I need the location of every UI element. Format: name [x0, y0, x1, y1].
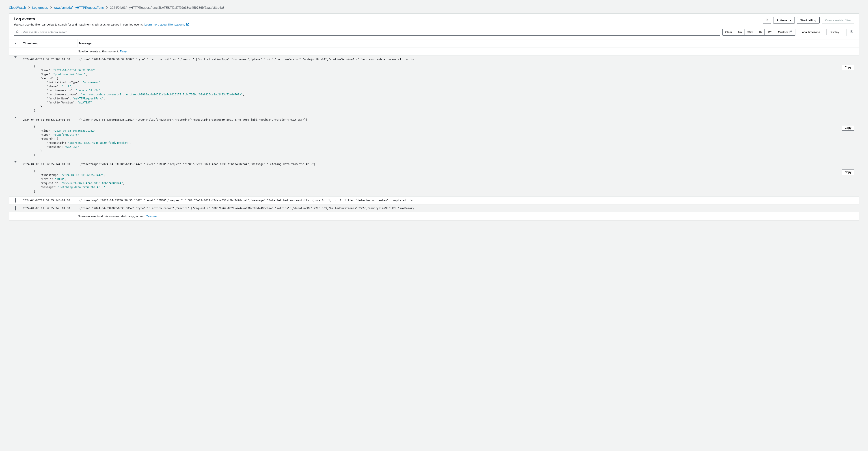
log-event-row: 2024-04-03T01:56:35.144+01:00{"timestamp… — [9, 197, 859, 204]
learn-more-link[interactable]: Learn more about filter patterns — [144, 23, 189, 26]
copy-button[interactable]: Copy — [842, 65, 854, 70]
breadcrumb-current: 2024/04/03/myHTTPRequestFunc[$LATEST]0af… — [110, 6, 224, 9]
event-message-summary: {"timestamp":"2024-04-03T00:56:35.144Z",… — [78, 160, 859, 168]
expand-toggle[interactable] — [9, 204, 22, 212]
chevron-down-icon — [789, 20, 792, 21]
log-event-row: 2024-04-03T01:56:35.345+01:00{"time":"20… — [9, 204, 859, 212]
filter-events-input[interactable] — [14, 29, 720, 36]
breadcrumb-cloudwatch[interactable]: CloudWatch — [9, 6, 26, 9]
column-message[interactable]: Message — [78, 39, 859, 47]
breadcrumb-log-groups[interactable]: Log groups — [32, 6, 48, 9]
chevron-right-icon — [106, 6, 108, 9]
expand-toggle[interactable] — [9, 56, 22, 63]
column-timestamp[interactable]: Timestamp — [22, 39, 78, 47]
event-message-summary: {"time":"2024-04-03T00:56:32.968Z","type… — [78, 56, 859, 63]
event-json: { "time": "2024-04-03T00:56:33.116Z", "t… — [34, 125, 854, 157]
svg-rect-1 — [790, 31, 792, 33]
svg-point-2 — [851, 31, 852, 32]
time-custom-button[interactable]: Custom — [775, 29, 796, 36]
create-metric-filter-button: Create metric filter — [822, 17, 854, 24]
event-timestamp: 2024-04-03T01:56:35.345+01:00 — [22, 204, 78, 212]
copy-button[interactable]: Copy — [842, 125, 854, 131]
log-event-detail: Copy{ "timestamp": "2024-04-03T00:56:35.… — [9, 168, 859, 197]
refresh-button[interactable] — [763, 17, 771, 24]
expand-toggle[interactable] — [9, 197, 22, 204]
search-icon — [16, 30, 19, 34]
caret-right-icon — [15, 42, 16, 44]
caret-right-icon — [15, 205, 16, 211]
log-event-row: 2024-04-03T01:56:33.116+01:00{"time":"20… — [9, 116, 859, 124]
resume-link[interactable]: Resume — [146, 215, 157, 218]
chevron-right-icon — [28, 6, 30, 9]
expand-toggle[interactable] — [9, 116, 22, 124]
log-event-row: 2024-04-03T01:56:32.968+01:00{"time":"20… — [9, 56, 859, 63]
event-json: { "time": "2024-04-03T00:56:32.968Z", "t… — [34, 64, 854, 112]
breadcrumbs: CloudWatch Log groups /aws/lambda/myHTTP… — [9, 6, 859, 9]
log-event-detail: Copy{ "time": "2024-04-03T00:56:33.116Z"… — [9, 124, 859, 160]
time-1h-button[interactable]: 1h — [756, 29, 765, 36]
timezone-select[interactable]: Local timezone — [798, 29, 824, 35]
page-subtitle: You can use the filter bar below to sear… — [14, 23, 189, 26]
table-header: Timestamp Message — [9, 39, 859, 47]
event-message-summary: {"time":"2024-04-03T00:56:35.345Z","type… — [78, 204, 859, 212]
svg-point-0 — [17, 31, 19, 33]
log-event-row: 2024-04-03T01:56:35.144+01:00{"timestamp… — [9, 160, 859, 168]
log-event-detail: Copy{ "time": "2024-04-03T00:56:32.968Z"… — [9, 63, 859, 116]
event-message-summary: {"timestamp":"2024-04-03T00:56:35.144Z",… — [78, 197, 859, 204]
retry-link[interactable]: Retry — [120, 50, 127, 53]
event-timestamp: 2024-04-03T01:56:35.144+01:00 — [22, 160, 78, 168]
calendar-icon — [789, 30, 793, 34]
time-range-bar: Clear 1m 30m 1h 12h Custom — [722, 29, 796, 36]
no-newer-row: No newer events at this moment. Auto ret… — [9, 212, 859, 220]
breadcrumb-log-group-name[interactable]: /aws/lambda/myHTTPRequestFunc — [54, 6, 104, 9]
event-timestamp: 2024-04-03T01:56:32.968+01:00 — [22, 56, 78, 63]
settings-button[interactable] — [846, 29, 854, 36]
time-30m-button[interactable]: 30m — [745, 29, 756, 36]
external-link-icon — [186, 23, 189, 26]
display-select[interactable]: Display — [827, 29, 843, 35]
refresh-icon — [765, 19, 769, 22]
time-12h-button[interactable]: 12h — [765, 29, 775, 36]
event-timestamp: 2024-04-03T01:56:35.144+01:00 — [22, 197, 78, 204]
no-older-row: No older events at this moment. Retry — [9, 47, 859, 56]
chevron-right-icon — [50, 6, 52, 9]
event-message-summary: {"time":"2024-04-03T00:56:33.116Z","type… — [78, 116, 859, 124]
log-events-panel: Log events You can use the filter bar be… — [9, 13, 859, 220]
caret-right-icon — [15, 198, 16, 203]
gear-icon — [850, 30, 854, 34]
caret-down-icon — [14, 117, 17, 121]
page-title: Log events — [14, 17, 189, 22]
expand-toggle[interactable] — [9, 160, 22, 168]
event-timestamp: 2024-04-03T01:56:33.116+01:00 — [22, 116, 78, 124]
caret-down-icon — [14, 161, 17, 166]
time-1m-button[interactable]: 1m — [735, 29, 745, 36]
start-tailing-button[interactable]: Start tailing — [797, 17, 820, 24]
copy-button[interactable]: Copy — [842, 169, 854, 175]
event-json: { "timestamp": "2024-04-03T00:56:35.144Z… — [34, 169, 854, 193]
actions-button[interactable]: Actions — [773, 17, 795, 24]
time-clear-button[interactable]: Clear — [722, 29, 735, 36]
caret-down-icon — [14, 57, 17, 61]
